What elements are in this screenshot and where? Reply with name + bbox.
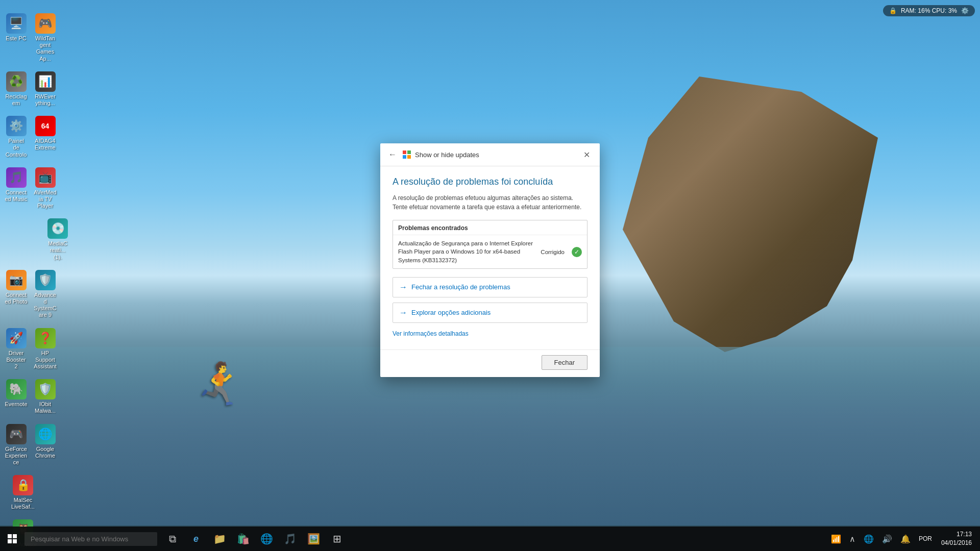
detailed-info-link[interactable]: Ver informações detalhadas <box>393 328 469 339</box>
fechar-button[interactable]: Fechar <box>542 355 587 370</box>
dialog-footer: Fechar <box>380 349 600 377</box>
close-troubleshoot-label: Fechar a resolução de problemas <box>411 283 510 291</box>
windows-logo-icon <box>403 151 411 159</box>
problems-box: Problemas encontrados Actualização de Se… <box>393 220 587 268</box>
dialog-titlebar: ← Show or hide updates ✕ <box>380 143 600 166</box>
problem-check-icon: ✓ <box>572 247 582 257</box>
problems-header: Problemas encontrados <box>393 220 587 235</box>
show-hide-updates-dialog: ← Show or hide updates ✕ A resolução de … <box>380 143 600 377</box>
dialog-body: A resolução de problemas foi concluída A… <box>380 166 600 349</box>
dialog-overlay: ← Show or hide updates ✕ A resolução de … <box>0 0 980 551</box>
explore-options-link[interactable]: → Explorar opções adicionais <box>393 303 587 323</box>
dialog-heading: A resolução de problemas foi concluída <box>393 177 587 187</box>
explore-options-label: Explorar opções adicionais <box>411 309 491 316</box>
problem-status: Corrigido <box>541 249 565 255</box>
dialog-back-button[interactable]: ← <box>386 149 399 160</box>
dialog-description: A resolução de problemas efetuou algumas… <box>393 193 587 212</box>
dialog-close-button[interactable]: ✕ <box>579 147 594 162</box>
dialog-title: Show or hide updates <box>415 151 575 159</box>
close-troubleshoot-link[interactable]: → Fechar a resolução de problemas <box>393 277 587 297</box>
problem-text: Actualização de Segurança para o Interne… <box>398 239 536 264</box>
problem-row: Actualização de Segurança para o Interne… <box>393 235 587 268</box>
close-x-icon: ✕ <box>583 150 590 160</box>
arrow-icon-1: → <box>399 283 407 292</box>
arrow-icon-2: → <box>399 308 407 317</box>
